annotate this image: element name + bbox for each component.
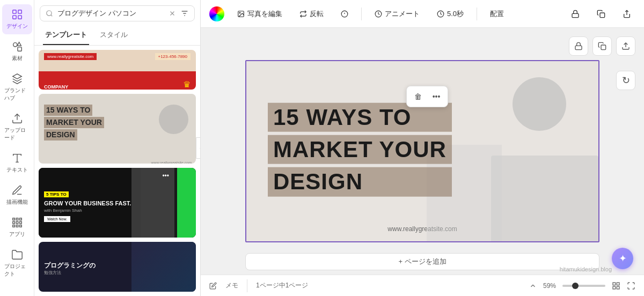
chevron-up-icon[interactable] [529,282,537,290]
brand-icon [11,73,23,85]
top-toolbar: 写真を編集 反転 アニメート 5.0秒 配置 [201,0,644,28]
template-item-green[interactable]: 5 TIPS TO GROW YOUR BUSINESS FAST. with … [39,168,196,238]
sidebar-item-materials[interactable]: 素材 [2,36,32,66]
svg-rect-33 [600,13,605,18]
animate-icon [375,10,382,18]
svg-rect-0 [12,10,16,13]
svg-rect-10 [16,218,18,220]
search-bar [40,5,195,21]
tpl4-sub: 勉強方法 [44,270,96,276]
export-icon [621,42,630,50]
tpl4-title: プログラミングの [44,262,96,270]
sidebar-item-brand[interactable]: ブランドハブ [2,69,32,106]
sidebar-item-upload[interactable]: アップロード [2,108,32,146]
canvas-headline-2: MARKET YOUR [268,135,452,164]
svg-rect-5 [17,47,21,51]
magic-button[interactable]: ✦ [612,248,633,269]
tpl3-btn[interactable]: Watch Now. [44,216,70,222]
svg-rect-9 [12,218,14,220]
svg-rect-35 [575,46,582,49]
svg-rect-39 [617,283,619,285]
info-button[interactable] [336,8,353,20]
clear-icon[interactable] [169,10,176,17]
flip-button[interactable]: 反転 [295,7,328,21]
svg-rect-3 [18,16,21,19]
apps-icon [11,217,23,228]
grid-view-icon[interactable] [612,282,620,290]
canvas-copy-button[interactable] [592,36,612,56]
canvas-text-content[interactable]: 15 WAYS TO MARKET YOUR DESIGN [268,103,452,200]
duration-button[interactable]: 5.0秒 [433,7,468,21]
edit-photo-label: 写真を編集 [247,9,282,19]
canvas-lock-button[interactable] [569,36,588,56]
sidebar-label-project: プロジェクト [4,263,30,278]
sidebar-label-design: デザイン [6,23,28,30]
svg-rect-15 [12,225,14,227]
project-icon [11,249,23,261]
delete-button[interactable]: 🗑 [410,88,426,105]
flip-label: 反転 [310,9,324,19]
share-button[interactable] [618,8,635,20]
fullscreen-icon[interactable] [627,282,635,290]
add-page-button[interactable]: + ページを追加 [245,253,599,270]
svg-point-18 [47,11,52,16]
tab-template[interactable]: テンプレート [43,26,89,45]
memo-label: メモ [225,281,238,290]
canvas-wrapper: ↻ 15 WAYS TO MARKET YOUR DESIGN www.real… [201,28,644,275]
svg-rect-11 [19,218,21,220]
svg-rect-17 [19,225,21,227]
canvas-lock-icon [574,42,583,50]
sidebar-item-project[interactable]: プロジェクト [2,245,32,282]
more-options-icon[interactable]: ••• [162,172,169,180]
info-icon [341,10,348,18]
arrange-button[interactable]: 配置 [486,7,508,21]
color-wheel[interactable] [209,6,224,21]
collapse-panel-button[interactable]: ‹ [196,137,201,159]
search-input[interactable] [57,10,164,18]
tab-style[interactable]: スタイル [98,26,130,45]
lock-button[interactable] [567,8,584,20]
sidebar-label-text: テキスト [6,166,28,174]
copy-button[interactable] [592,8,610,20]
svg-line-19 [51,15,53,17]
template-item-15ways[interactable]: 15 WAYS TO MARKET YOUR DESIGN www.really… [39,94,196,164]
svg-rect-14 [19,221,21,224]
svg-rect-2 [12,16,16,19]
more-options-button[interactable]: ••• [428,88,444,105]
svg-rect-13 [16,221,18,224]
duration-icon [437,10,444,18]
bottom-divider [247,279,247,292]
edit-photo-button[interactable]: 写真を編集 [233,7,287,21]
filter-icon[interactable] [180,9,189,18]
sidebar-item-apps[interactable]: アプリ [2,212,32,242]
flip-icon [299,10,307,18]
edit-photo-icon [237,10,245,18]
sidebar-item-design[interactable]: デザイン [2,4,32,34]
template-item-programming[interactable]: プログラミングの 勉強方法 [39,242,196,292]
text-icon [11,152,23,164]
sidebar-item-draw[interactable]: 描画機能 [2,180,32,210]
tpl2-line2: MARKET YOUR [44,117,104,128]
svg-rect-40 [613,286,616,289]
coffee-circle [513,77,566,131]
bottom-bar: メモ 1ページ中1ページ 59% [201,275,644,296]
divider-2 [477,8,477,20]
svg-rect-32 [572,13,579,17]
refresh-button[interactable]: ↻ [616,71,635,90]
template-item-red[interactable]: www.reallygreatsite.com +123-456-7890 CO… [39,50,196,90]
svg-rect-41 [617,286,619,289]
draw-icon [11,184,23,196]
watermark: hitamukidesign.blog [560,266,612,272]
zoom-slider[interactable] [562,285,605,287]
svg-point-26 [239,12,240,13]
search-icon [46,10,53,17]
canvas-headline-3: DESIGN [268,167,452,196]
animate-button[interactable]: アニメート [370,7,424,21]
tpl3-title: GROW YOUR BUSINESS FAST. [44,199,131,207]
tpl2-line1: 15 WAYS TO [44,105,92,116]
memo-icon [209,282,217,290]
canvas-export-button[interactable] [616,36,635,56]
sidebar-label-materials: 素材 [12,55,23,62]
svg-point-4 [13,43,17,47]
sidebar-item-text[interactable]: テキスト [2,148,32,178]
